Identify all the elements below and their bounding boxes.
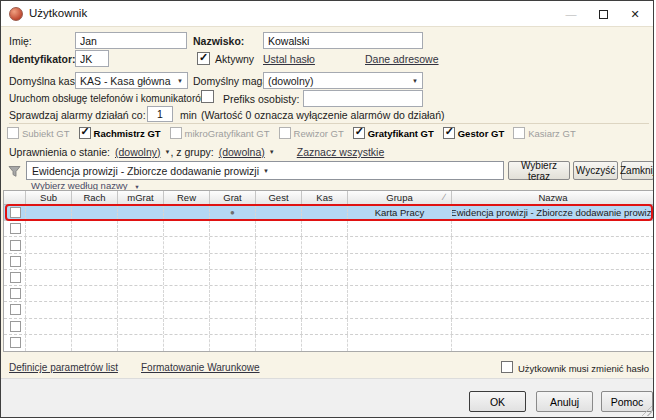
permissions-row: Uprawnienia o stanie: (dowolny) ▼ , z gr… [9,146,384,158]
telefony-label: Uruchom obsługę telefonów i komunikatoró… [9,93,208,104]
row-checkbox[interactable] [10,304,21,315]
domyslna-kasa-select[interactable]: KAS - Kasa główna ▼ [75,72,188,89]
checkbox[interactable] [443,127,455,139]
permissions-label: Uprawnienia o stanie: [9,146,110,158]
dane-adresowe-link[interactable]: Dane adresowe [365,53,439,65]
alarmy-input[interactable] [147,106,173,122]
maximize-icon [599,10,608,19]
table-row[interactable] [4,302,654,318]
header-mgrat[interactable]: mGrat [118,191,164,204]
table-row[interactable] [4,286,654,302]
sort-indicator-icon: ∕ [443,192,445,202]
imie-input[interactable] [75,32,187,49]
select-all-link[interactable]: Zaznacz wszystkie [297,146,385,158]
aktywny-label: Aktywny [215,53,254,65]
table-row[interactable] [4,221,654,237]
cell-grupa: Karta Pracy [348,205,452,220]
header-rach[interactable]: Rach [72,191,118,204]
identyfikator-label: Identyfikator: [9,53,76,65]
chevron-down-icon: ▼ [412,78,418,84]
row-checkbox[interactable] [10,321,21,332]
header-grupa[interactable]: Grupa∕ [348,191,452,204]
header-rew[interactable]: Rew [164,191,210,204]
row-checkbox[interactable] [10,207,21,218]
domyslny-magazyn-select[interactable]: (dowolny) ▼ [263,72,423,89]
product-gratyfikant[interactable]: Gratyfikant GT [353,127,434,139]
formatowanie-warunkowe-link[interactable]: Formatowanie Warunkowe [141,362,260,373]
permission-combobox[interactable]: Ewidencja prowizji - Zbiorcze dodawanie … [26,161,504,180]
table-row[interactable] [4,270,654,286]
product-kasiarz[interactable]: Kasiarz GT [513,127,576,139]
alarmy-unit: min [180,109,197,121]
header-grat[interactable]: Grat [210,191,256,204]
product-subiekt[interactable]: Subiekt GT [7,127,70,139]
header-sub[interactable]: Sub [26,191,72,204]
must-change-password-label: Użytkownik musi zmienić hasło [518,363,649,374]
group-label: , z grupy: [170,146,213,158]
checkbox[interactable] [513,127,525,139]
app-icon [9,7,23,21]
chevron-down-icon: ▼ [269,149,275,155]
state-dropdown[interactable]: (dowolny) [115,146,161,158]
definicje-parametrow-link[interactable]: Definicje parametrów list [9,362,118,373]
anuluj-button[interactable]: Anuluj [536,391,593,412]
row-checkbox[interactable] [10,288,21,299]
table-header: Sub Rach mGrat Rew Grat Gest Kas Grupa∕ … [4,191,654,205]
table-row[interactable] [4,237,654,253]
wybierz-teraz-button[interactable]: Wybierz teraz [508,161,570,180]
checkbox[interactable] [79,127,91,139]
group-dropdown[interactable]: (dowolna) [219,146,265,158]
row-checkbox[interactable] [10,272,21,283]
telefony-checkbox[interactable] [201,90,214,103]
alarmy-label: Sprawdzaj alarmy działań co: [9,109,146,121]
chevron-down-icon: ▼ [177,78,183,84]
nazwisko-label: Nazwisko: [193,35,244,47]
product-gestor[interactable]: Gestor GT [443,127,504,139]
window-title: Użytkownik [29,7,87,19]
checkbox[interactable] [279,127,291,139]
uzytkownik-dialog: Użytkownik — ✕ Imię: Nazwisko: Identyfik… [0,0,654,418]
domyslna-kasa-label: Domyślna kasa: [9,75,84,87]
table-row[interactable] [4,335,654,351]
maximize-button[interactable] [587,1,619,27]
ok-button[interactable]: OK [469,391,526,412]
prefiks-label: Prefiks osobisty: [223,93,299,105]
table-row[interactable] [4,254,654,270]
permissions-table: Sub Rach mGrat Rew Grat Gest Kas Grupa∕ … [3,190,654,352]
ustal-haslo-link[interactable]: Ustal hasło [263,53,315,65]
chevron-down-icon: ▼ [263,168,269,174]
table-row-selected[interactable]: ● Karta Pracy Ewidencja prowizji - Zbior… [4,205,654,221]
must-change-password-checkbox[interactable] [501,361,513,373]
gt-products-row: Subiekt GT Rachmistrz GT mikroGratyfikan… [7,127,576,139]
header-kas[interactable]: Kas [302,191,348,204]
row-checkbox[interactable] [10,256,21,267]
nazwisko-input[interactable] [263,32,423,49]
alarmy-note: (Wartość 0 oznacza wyłączenie alarmów do… [201,109,445,121]
product-rewizor[interactable]: Rewizor GT [279,127,344,139]
cell-nazwa: Ewidencja prowizji - Zbiorcze dodawanie … [452,205,654,220]
row-checkbox[interactable] [10,223,21,234]
minimize-button: — [555,1,587,27]
close-button[interactable]: ✕ [619,1,651,27]
prefiks-input[interactable] [303,90,423,107]
wyczysc-button[interactable]: Wyczyść [573,161,618,180]
filter-icon[interactable] [6,163,23,179]
header-nazwa[interactable]: Nazwa [452,191,654,204]
checkbox[interactable] [170,127,182,139]
header-checkbox-col [4,191,26,204]
aktywny-checkbox[interactable] [197,52,210,65]
identyfikator-input[interactable] [75,50,109,67]
product-mikrogratyfikant[interactable]: mikroGratyfikant GT [170,127,270,139]
pomoc-button[interactable]: Pomoc [601,391,653,412]
product-rachmistrz[interactable]: Rachmistrz GT [79,127,161,139]
header-gest[interactable]: Gest [256,191,302,204]
checkbox[interactable] [7,127,19,139]
imie-label: Imię: [9,35,32,47]
row-checkbox[interactable] [10,240,21,251]
checkbox[interactable] [353,127,365,139]
title-bar: Użytkownik — ✕ [1,1,653,27]
grat-permission-dot: ● [230,208,235,217]
row-checkbox[interactable] [10,337,21,348]
table-row[interactable] [4,319,654,335]
zamknij-button[interactable]: Zamknij [621,161,654,180]
